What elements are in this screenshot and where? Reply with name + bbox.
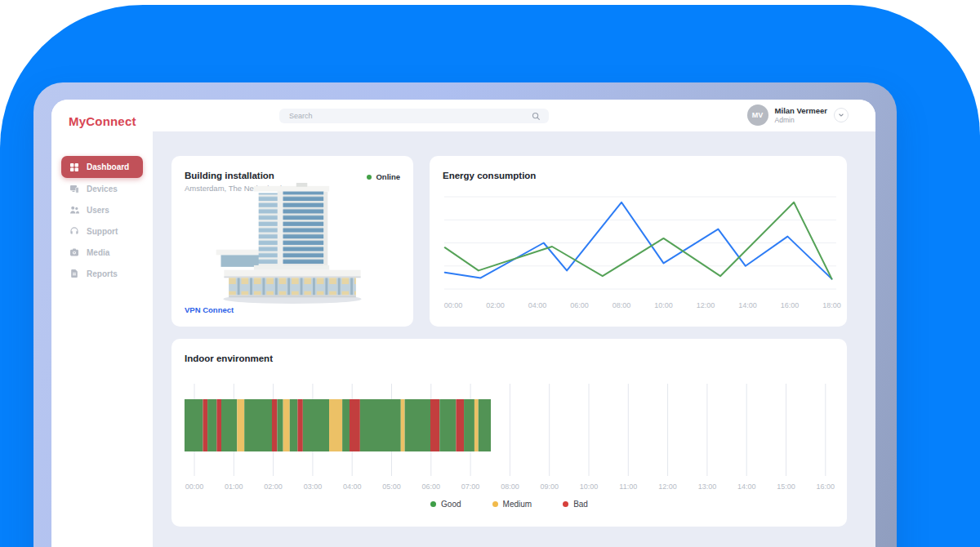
- status-segment-good: [439, 399, 456, 451]
- dashboard-window: MyConnect DashboardDevicesUsersSupportMe…: [51, 100, 875, 547]
- users-icon: [69, 205, 79, 215]
- chart-legend: GoodMediumBad: [172, 500, 847, 509]
- legend-item-bad: Bad: [563, 500, 588, 509]
- sidebar-item-label: Media: [87, 248, 109, 257]
- user-role: Admin: [775, 116, 827, 124]
- x-tick-label: 16:00: [781, 301, 800, 309]
- x-tick-label: 13:00: [698, 483, 717, 491]
- sidebar-item-dashboard[interactable]: Dashboard: [61, 156, 143, 178]
- devices-icon: [69, 184, 79, 193]
- status-segment-good: [277, 399, 283, 451]
- status-segment-good: [479, 399, 491, 451]
- sidebar-item-reports[interactable]: Reports: [61, 263, 143, 284]
- support-icon: [69, 226, 79, 236]
- status-segment-good: [185, 399, 203, 451]
- chevron-down-icon: [837, 111, 845, 119]
- x-tick-label: 02:00: [486, 301, 505, 309]
- user-menu-button[interactable]: [834, 108, 849, 122]
- x-tick-label: 06:00: [422, 483, 441, 491]
- status-segment-medium: [401, 399, 405, 451]
- legend-dot-icon: [563, 501, 568, 507]
- page-background: MyConnect DashboardDevicesUsersSupportMe…: [0, 0, 980, 547]
- line-series-green: [445, 202, 832, 279]
- status-segment-bad: [216, 399, 221, 451]
- status-segment-good: [342, 399, 350, 451]
- status-badge: Online: [367, 172, 400, 181]
- energy-line-chart: 00:0002:0004:0006:0008:0010:0012:0014:00…: [442, 189, 847, 315]
- brand-logo: MyConnect: [69, 114, 153, 128]
- vpn-connect-link[interactable]: VPN Connect: [185, 305, 234, 314]
- line-series-blue: [445, 202, 832, 279]
- sidebar: MyConnect DashboardDevicesUsersSupportMe…: [51, 100, 153, 547]
- x-tick-label: 09:00: [540, 483, 559, 491]
- user-meta: Milan Vermeer Admin: [775, 106, 827, 124]
- avatar[interactable]: MV: [747, 105, 768, 126]
- sidebar-item-label: Dashboard: [87, 162, 129, 171]
- status-segment-good: [244, 399, 272, 451]
- media-icon: [69, 247, 79, 257]
- status-segment-good: [303, 399, 329, 451]
- status-dot-icon: [367, 175, 372, 180]
- x-tick-label: 06:00: [570, 301, 589, 309]
- status-segment-medium: [237, 399, 244, 451]
- x-tick-label: 15:00: [777, 483, 795, 491]
- x-tick-label: 18:00: [822, 301, 841, 309]
- legend-item-good: Good: [430, 500, 461, 509]
- reports-icon: [69, 269, 79, 278]
- indoor-status-chart: 00:0001:0002:0003:0004:0005:0006:0007:00…: [172, 373, 847, 496]
- sidebar-item-label: Users: [87, 206, 109, 215]
- x-tick-label: 14:00: [738, 301, 757, 309]
- status-segment-good: [207, 399, 216, 451]
- x-tick-label: 00:00: [444, 301, 463, 309]
- x-tick-label: 16:00: [817, 483, 835, 491]
- status-segment-good: [405, 399, 430, 451]
- sidebar-item-media[interactable]: Media: [61, 242, 143, 263]
- user-menu: MV Milan Vermeer Admin: [747, 105, 849, 126]
- x-tick-label: 14:00: [737, 483, 756, 491]
- x-tick-label: 04:00: [528, 301, 547, 309]
- search-input[interactable]: [287, 111, 532, 121]
- x-tick-label: 11:00: [619, 483, 637, 491]
- x-tick-label: 04:00: [343, 483, 362, 491]
- sidebar-item-support[interactable]: Support: [61, 220, 143, 242]
- status-segment-good: [221, 399, 237, 451]
- building-installation-card: Building installation Amsterdam, The Net…: [172, 156, 413, 327]
- x-tick-label: 10:00: [654, 301, 673, 309]
- content-area: Building installation Amsterdam, The Net…: [153, 131, 875, 547]
- status-segment-medium: [283, 399, 290, 451]
- energy-consumption-card: Energy consumption 00:0002:0004:0006:000…: [430, 156, 847, 327]
- status-segment-bad: [203, 399, 207, 451]
- sidebar-item-devices[interactable]: Devices: [61, 178, 143, 199]
- x-tick-label: 12:00: [658, 483, 677, 491]
- legend-item-medium: Medium: [492, 500, 532, 509]
- x-tick-label: 01:00: [225, 483, 243, 491]
- legend-dot-icon: [430, 501, 436, 507]
- status-segment-medium: [329, 399, 342, 451]
- status-segment-good: [464, 399, 474, 451]
- sidebar-item-label: Devices: [87, 185, 118, 193]
- topbar: MV Milan Vermeer Admin: [153, 100, 875, 131]
- sidebar-nav: DashboardDevicesUsersSupportMediaReports: [61, 156, 143, 284]
- status-segment-good: [360, 399, 401, 451]
- legend-label: Medium: [503, 500, 532, 509]
- search-box[interactable]: [279, 109, 549, 123]
- status-segment-medium: [474, 399, 479, 451]
- x-tick-label: 12:00: [697, 301, 715, 309]
- legend-label: Good: [441, 500, 461, 509]
- x-tick-label: 08:00: [612, 301, 631, 309]
- user-name: Milan Vermeer: [775, 106, 827, 115]
- status-segment-bad: [272, 399, 277, 451]
- sidebar-item-label: Support: [87, 227, 118, 236]
- status-segment-bad: [456, 399, 464, 451]
- legend-dot-icon: [492, 501, 498, 507]
- card-title: Building installation: [185, 171, 274, 180]
- x-tick-label: 03:00: [304, 483, 323, 491]
- dashboard-icon: [69, 162, 79, 172]
- card-title: Energy consumption: [443, 171, 536, 180]
- status-segment-bad: [297, 399, 302, 451]
- building-image: [198, 182, 386, 305]
- x-tick-label: 10:00: [580, 483, 599, 491]
- x-tick-label: 02:00: [264, 483, 283, 491]
- sidebar-item-users[interactable]: Users: [61, 199, 143, 220]
- status-segment-bad: [350, 399, 360, 451]
